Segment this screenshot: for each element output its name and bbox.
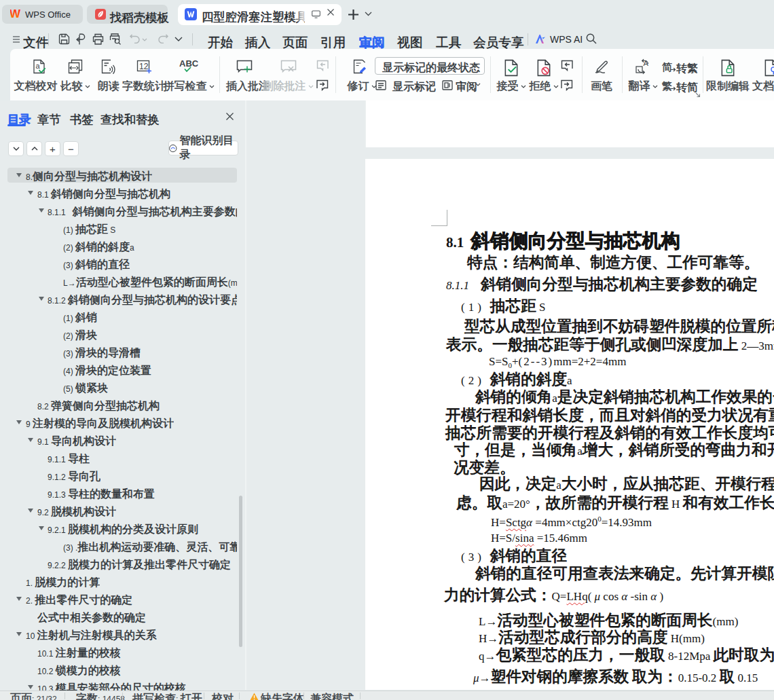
svg-text:ABC: ABC <box>179 59 199 69</box>
svg-text:a: a <box>36 62 41 70</box>
svg-text:12: 12 <box>139 62 149 71</box>
svg-text:W: W <box>10 8 21 20</box>
